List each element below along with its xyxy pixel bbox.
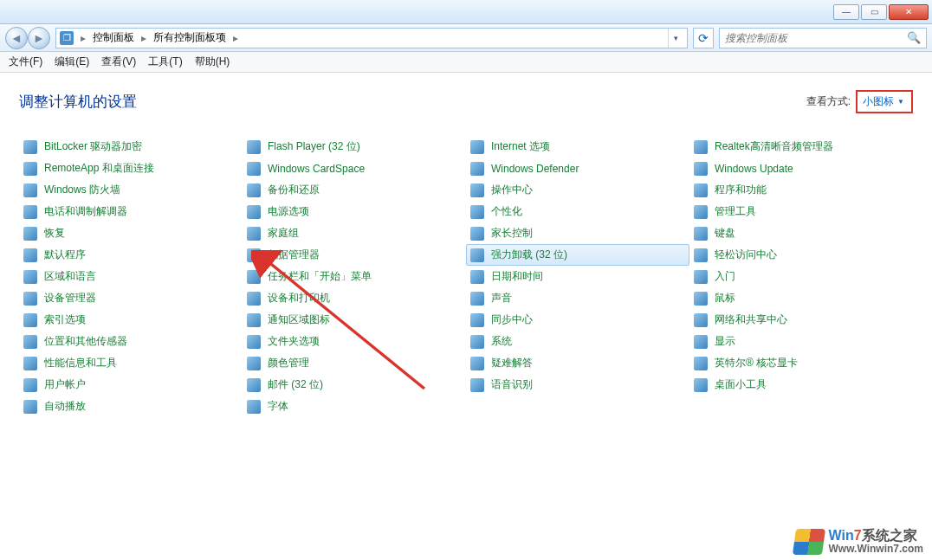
refresh-button[interactable]: ⟳ [693, 28, 714, 48]
minimize-button[interactable]: — [833, 4, 859, 20]
control-panel-item-label: RemoteApp 和桌面连接 [44, 161, 154, 176]
control-panel-item[interactable]: 显示 [689, 331, 913, 352]
view-mode-value: 小图标 [863, 94, 894, 109]
control-panel-item-label: 设备管理器 [44, 291, 96, 306]
menu-tools[interactable]: 工具(T) [148, 55, 182, 69]
control-panel-item[interactable]: 颜色管理 [243, 352, 466, 374]
watermark-line1-rest: 系统之家 [862, 528, 917, 543]
control-panel-item[interactable]: 备份和还原 [243, 179, 466, 201]
back-button[interactable]: ◄ [5, 27, 28, 49]
control-panel-item[interactable]: 系统 [466, 331, 689, 352]
control-panel-item-label: 凭据管理器 [268, 248, 320, 262]
control-panel-item[interactable]: 同步中心 [466, 309, 689, 331]
control-panel-item-icon [247, 227, 261, 241]
control-panel-item[interactable]: 桌面小工具 [689, 374, 913, 396]
control-panel-item[interactable]: Realtek高清晰音频管理器 [689, 136, 913, 158]
control-panel-item-label: Windows CardSpace [268, 163, 365, 175]
control-panel-item-icon [694, 183, 708, 197]
control-panel-item[interactable]: 电源选项 [243, 201, 466, 222]
control-panel-icon: ❐ [60, 31, 74, 45]
control-panel-item[interactable]: 邮件 (32 位) [243, 374, 466, 396]
control-panel-item[interactable]: 索引选项 [19, 309, 243, 331]
control-panel-item[interactable]: 区域和语言 [19, 266, 243, 287]
control-panel-item-icon [247, 378, 261, 392]
control-panel-item[interactable]: Windows Update [689, 158, 913, 179]
control-panel-item[interactable]: 设备和打印机 [243, 287, 466, 309]
control-panel-item[interactable]: Windows CardSpace [243, 158, 466, 179]
control-panel-item[interactable]: 语音识别 [466, 374, 689, 396]
control-panel-item-label: 显示 [715, 334, 735, 349]
titlebar: — ▭ ✕ [0, 0, 932, 24]
control-panel-item[interactable]: 强力卸载 (32 位) [466, 244, 689, 266]
control-panel-item-label: 恢复 [44, 226, 65, 241]
control-panel-item[interactable]: 声音 [466, 287, 689, 309]
control-panel-item-label: 家庭组 [268, 226, 299, 241]
address-dropdown-icon[interactable]: ▾ [668, 29, 683, 48]
view-mode-dropdown[interactable]: 小图标 ▼ [856, 90, 913, 113]
control-panel-item[interactable]: 英特尔® 核芯显卡 [689, 352, 913, 374]
control-panel-item[interactable]: 操作中心 [466, 179, 689, 201]
control-panel-item[interactable]: 文件夹选项 [243, 331, 466, 352]
control-panel-item[interactable]: 自动播放 [19, 396, 243, 417]
control-panel-item[interactable]: Windows Defender [466, 158, 689, 179]
control-panel-item[interactable]: 凭据管理器 [243, 244, 466, 266]
control-panel-item[interactable]: 家长控制 [466, 222, 689, 244]
control-panel-item-label: 程序和功能 [715, 183, 767, 197]
control-panel-item-label: 字体 [268, 399, 288, 414]
menu-edit[interactable]: 编辑(E) [55, 55, 89, 69]
control-panel-item-icon [247, 270, 261, 284]
control-panel-item[interactable]: 轻松访问中心 [689, 244, 913, 266]
breadcrumb[interactable]: ❐ ▸ 控制面板 ▸ 所有控制面板项 ▸ ▾ [55, 28, 688, 48]
control-panel-item-label: 位置和其他传感器 [44, 334, 127, 349]
control-panel-item[interactable]: 任务栏和「开始」菜单 [243, 266, 466, 287]
control-panel-item[interactable]: 家庭组 [243, 222, 466, 244]
control-panel-item[interactable]: 键盘 [689, 222, 913, 244]
control-panel-item[interactable]: 个性化 [466, 201, 689, 222]
control-panel-item[interactable]: 性能信息和工具 [19, 352, 243, 374]
control-panel-item-label: 桌面小工具 [715, 377, 767, 392]
control-panel-item-label: 语音识别 [491, 377, 533, 392]
control-panel-item[interactable]: 通知区域图标 [243, 309, 466, 331]
control-panel-item[interactable]: BitLocker 驱动器加密 [19, 136, 243, 158]
search-input[interactable] [725, 32, 898, 44]
control-panel-item[interactable]: Internet 选项 [466, 136, 689, 158]
close-button[interactable]: ✕ [889, 4, 929, 20]
menu-file[interactable]: 文件(F) [9, 55, 42, 69]
control-panel-item-label: 自动播放 [44, 399, 86, 414]
control-panel-item-label: 家长控制 [491, 226, 533, 241]
control-panel-item[interactable]: Windows 防火墙 [19, 179, 243, 201]
control-panel-item[interactable]: 程序和功能 [689, 179, 913, 201]
control-panel-item[interactable]: 日期和时间 [466, 266, 689, 287]
control-panel-item[interactable]: 入门 [689, 266, 913, 287]
menu-help[interactable]: 帮助(H) [195, 55, 230, 69]
watermark: Win7系统之家 Www.Winwin7.com [794, 529, 923, 555]
menu-view[interactable]: 查看(V) [101, 55, 136, 69]
control-panel-item[interactable]: 电话和调制解调器 [19, 201, 243, 222]
control-panel-item-label: 声音 [491, 291, 512, 306]
control-panel-item[interactable]: 疑难解答 [466, 352, 689, 374]
control-panel-item[interactable]: 恢复 [19, 222, 243, 244]
control-panel-item[interactable]: 网络和共享中心 [689, 309, 913, 331]
control-panel-item-icon [694, 162, 708, 176]
breadcrumb-item[interactable]: 所有控制面板项 [153, 30, 226, 45]
control-panel-item-label: Realtek高清晰音频管理器 [715, 139, 833, 154]
maximize-button[interactable]: ▭ [861, 4, 887, 20]
search-box[interactable]: 🔍 [719, 28, 927, 48]
control-panel-item[interactable]: 默认程序 [19, 244, 243, 266]
control-panel-item[interactable]: 字体 [243, 396, 466, 417]
control-panel-item[interactable]: Flash Player (32 位) [243, 136, 466, 158]
control-panel-item[interactable]: 位置和其他传感器 [19, 331, 243, 352]
control-panel-item-label: 颜色管理 [268, 356, 309, 370]
control-panel-item[interactable]: 用户帐户 [19, 374, 243, 396]
control-panel-item[interactable]: 鼠标 [689, 287, 913, 309]
forward-button[interactable]: ► [28, 27, 50, 49]
breadcrumb-item[interactable]: 控制面板 [93, 30, 134, 45]
control-panel-item-label: 任务栏和「开始」菜单 [268, 269, 372, 284]
control-panel-item[interactable]: 管理工具 [689, 201, 913, 222]
control-panel-item[interactable]: RemoteApp 和桌面连接 [19, 158, 243, 179]
control-panel-item-label: 轻松访问中心 [715, 248, 777, 262]
control-panel-item-icon [694, 248, 708, 262]
control-panel-item-label: 入门 [715, 269, 735, 284]
control-panel-item[interactable]: 设备管理器 [19, 287, 243, 309]
control-panel-item-icon [23, 335, 37, 349]
